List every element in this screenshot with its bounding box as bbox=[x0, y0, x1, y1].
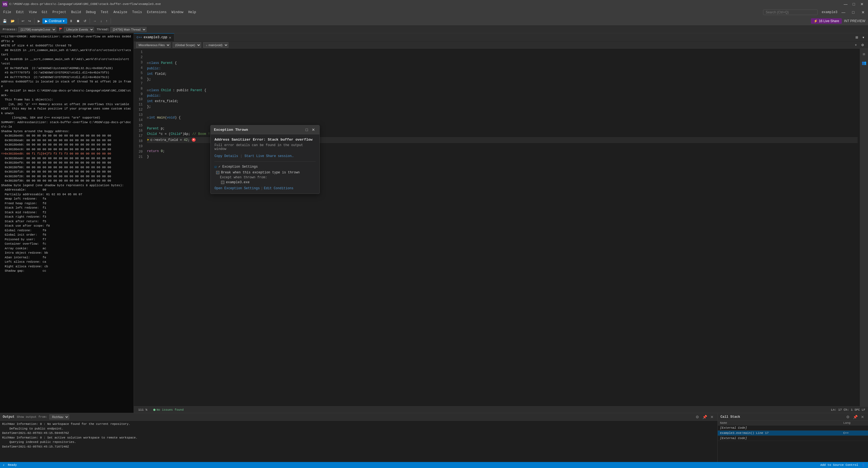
edit-conditions-link[interactable]: Edit Conditions bbox=[264, 187, 293, 190]
live-share-button[interactable]: ⚡ 16 Live Share bbox=[811, 18, 842, 24]
menu-restore-button[interactable]: □ bbox=[849, 9, 857, 15]
output-source-dropdown[interactable]: RichNav bbox=[50, 414, 69, 420]
status-bar-right: Add to Source Control 👤 bbox=[820, 463, 865, 467]
menu-item-git[interactable]: Git bbox=[39, 9, 50, 15]
exception-close-btn[interactable]: ✕ bbox=[311, 128, 316, 132]
toolbar-start-btn[interactable]: ▶ bbox=[36, 19, 42, 24]
live-share-icon: ⚡ bbox=[814, 19, 818, 23]
int-preview-button[interactable]: INT PREVIEW bbox=[842, 19, 867, 24]
open-exception-settings-link[interactable]: Open Exception Settings bbox=[214, 187, 260, 190]
output-pin-btn[interactable]: 📌 bbox=[701, 415, 708, 419]
collapse-icon[interactable]: ⊟ bbox=[147, 116, 149, 120]
terminal-line: Stack left redzone: f1 bbox=[1, 206, 132, 210]
toolbar-redo-btn[interactable]: ↪ bbox=[27, 19, 32, 24]
close-button[interactable]: ✕ bbox=[858, 1, 866, 7]
toolbar-step-into-btn[interactable]: ↓ bbox=[99, 19, 103, 24]
toolbar-step-out-btn[interactable]: ↑ bbox=[104, 19, 109, 24]
right-sidebar-expand-btn[interactable]: ⊞ bbox=[861, 51, 867, 57]
thread-dropdown[interactable]: [24756] Main Thread bbox=[111, 27, 147, 32]
menu-item-test[interactable]: Test bbox=[99, 9, 111, 15]
break-when-checkbox[interactable] bbox=[216, 171, 219, 174]
collapse-icon[interactable]: ⊟ bbox=[147, 61, 149, 66]
call-stack-row[interactable]: [External Code] bbox=[718, 425, 868, 431]
line-number: 19 bbox=[134, 144, 143, 149]
call-stack-row[interactable]: [External Code] bbox=[718, 436, 868, 441]
menu-item-edit[interactable]: Edit bbox=[14, 9, 26, 15]
output-close-btn[interactable]: ✕ bbox=[709, 415, 715, 419]
add-to-source-control[interactable]: Add to Source Control bbox=[820, 463, 858, 467]
toolbar-stop-btn[interactable]: ⏹ bbox=[75, 19, 82, 24]
editor-status-bar: 111 % No issues found Ln: 17 Ch: 1 SPC L… bbox=[134, 406, 868, 413]
toolbar-step-over-btn[interactable]: → bbox=[92, 19, 98, 24]
line-number: 16 bbox=[134, 128, 143, 134]
terminal-line: #0 0x1225 in _crt_common_main_seh d:\A01… bbox=[1, 48, 132, 57]
current-line-arrow: ➤ bbox=[147, 137, 149, 143]
exe-checkbox[interactable] bbox=[221, 181, 224, 184]
call-stack-cell-name: example3.exe!main() Line 17 bbox=[718, 431, 841, 436]
exception-minimize-btn[interactable]: □ bbox=[305, 128, 309, 132]
menu-item-window[interactable]: Window bbox=[169, 9, 186, 15]
team-explorer-icon[interactable]: 👥 bbox=[861, 60, 867, 66]
menu-item-file[interactable]: File bbox=[1, 9, 13, 15]
output-options-btn[interactable]: ⚙ bbox=[694, 415, 700, 419]
menu-search-input[interactable] bbox=[763, 9, 818, 15]
user-icon[interactable]: 👤 bbox=[862, 463, 865, 467]
continue-button[interactable]: ▶ Continue ▾ bbox=[42, 18, 67, 24]
lifecycle-dropdown[interactable]: Lifecycle Events bbox=[64, 27, 94, 32]
tab-example3[interactable]: C++ example3.cpp ✕ bbox=[134, 33, 174, 41]
toolbar-undo-btn[interactable]: ↩ bbox=[20, 19, 26, 24]
toolbar-restart-btn[interactable]: ↺ bbox=[82, 19, 88, 24]
menu-item-extensions[interactable]: Extensions bbox=[145, 9, 169, 15]
call-stack-pin-btn[interactable]: 📌 bbox=[852, 415, 859, 419]
terminal-line: ASan internal: fe bbox=[1, 255, 132, 260]
menu-item-build[interactable]: Build bbox=[69, 9, 83, 15]
menu-close-button[interactable]: ✕ bbox=[859, 9, 867, 15]
toolbar-pause-btn[interactable]: ⏸ bbox=[68, 19, 74, 24]
menu-item-project[interactable]: Project bbox=[50, 9, 68, 15]
func-dropdown[interactable]: ⬦ main(void) bbox=[203, 42, 228, 48]
title-bar: VS C:\MSDN\cpp-docs-pr\docs\c-language\A… bbox=[0, 0, 868, 8]
collapse-editor-btn[interactable]: ▾ bbox=[861, 35, 866, 40]
status-ready: Ready bbox=[8, 463, 17, 467]
code-editor[interactable]: 123456789101112131415161718192021 ⊟class… bbox=[134, 48, 860, 406]
toolbar-open-btn[interactable]: 📂 bbox=[9, 19, 17, 24]
menu-item-help[interactable]: Help bbox=[186, 9, 198, 15]
tab-close-btn[interactable]: ✕ bbox=[169, 35, 171, 40]
panel-settings-btn[interactable]: ⚙ bbox=[860, 43, 866, 47]
title-bar-controls: — □ ✕ bbox=[842, 1, 866, 7]
terminal-line: Shadow byte legend (one shadow byte repr… bbox=[1, 183, 132, 188]
call-stack-row[interactable]: example3.exe!main() Line 17C++ bbox=[718, 431, 868, 436]
menu-minimize-button[interactable]: — bbox=[840, 9, 847, 15]
copy-details-link[interactable]: Copy Details bbox=[214, 154, 238, 158]
output-panel-title: Output bbox=[3, 415, 14, 419]
terminal-line: #4 0x7777075c3 (C:\WINDOWS\SYSTEM32\ntdl… bbox=[1, 75, 132, 80]
collapse-icon[interactable]: ⊟ bbox=[147, 89, 149, 93]
call-stack-cell-lang bbox=[841, 425, 868, 431]
call-stack-close-btn[interactable]: ✕ bbox=[860, 415, 865, 419]
bottom-area: Output Show output from: RichNav ⚙ 📌 ✕ R… bbox=[0, 413, 868, 462]
menu-item-debug[interactable]: Debug bbox=[84, 9, 98, 15]
process-dropdown[interactable]: [11708] example3.exe bbox=[18, 27, 56, 32]
line-number: 18 bbox=[134, 139, 143, 144]
no-issues-text: No issues found bbox=[157, 408, 184, 411]
call-stack-options-btn[interactable]: ⚙ bbox=[845, 415, 851, 419]
live-share-session-link[interactable]: Start Live Share session… bbox=[245, 154, 294, 158]
line-number: 10 bbox=[134, 97, 143, 102]
terminal-line: ==11708==ERROR: AddressSanitizer: stack-… bbox=[1, 34, 132, 43]
scope-dropdown[interactable]: (Global Scope) bbox=[173, 42, 201, 48]
toolbar-save-btn[interactable]: 💾 bbox=[1, 19, 8, 24]
terminal-line: 0x301bbf30: 00 00 00 00 00 00 00 00 00 0… bbox=[1, 178, 132, 183]
menu-item-analyze[interactable]: Analyze bbox=[111, 9, 129, 15]
code-line: int field; bbox=[147, 71, 858, 77]
maximize-button[interactable]: □ bbox=[850, 1, 858, 7]
menu-item-tools[interactable]: Tools bbox=[130, 9, 144, 15]
exception-header: Exception Thrown □ ✕ bbox=[211, 125, 319, 134]
zoom-in-btn[interactable]: + bbox=[853, 43, 859, 47]
output-panel-content[interactable]: RichNav Information: 0 : No workspace fo… bbox=[0, 421, 717, 462]
files-dropdown[interactable]: Miscellaneous Files bbox=[136, 42, 170, 48]
minimize-button[interactable]: — bbox=[842, 1, 849, 7]
split-editor-btn[interactable]: ⊞ bbox=[854, 35, 860, 40]
output-panel-controls: ⚙ 📌 ✕ bbox=[694, 415, 715, 419]
menu-item-view[interactable]: View bbox=[27, 9, 39, 15]
terminal-pane[interactable]: ==11708==ERROR: AddressSanitizer: stack-… bbox=[0, 33, 134, 413]
